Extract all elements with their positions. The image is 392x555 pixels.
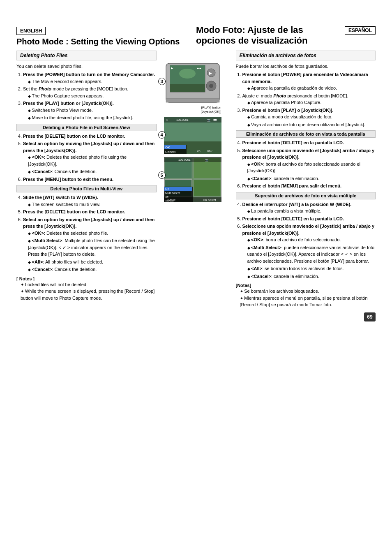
svg-text:Multi Select: Multi Select [165,192,180,194]
english-step1-text: Press the [POWER] button to turn on the … [23,72,155,77]
img3-num: 3 [158,78,166,85]
spanish-steps-4b-6b: Deslice el interruptor [W/T] a la posici… [236,201,376,280]
page-container: ENGLISH Photo Mode : Setting the Viewing… [8,8,384,330]
english-step4a-text: Press the [DELETE] button on the LCD mon… [23,134,125,139]
english-step2-bullets: The Photo Capture screen appears. [23,92,157,99]
svg-text:OK: OK [165,187,169,190]
english-badge: ENGLISH [16,27,46,35]
spanish-step4b-text: Deslice el interruptor [W/T] a la posici… [242,202,352,207]
english-step6b-text: Select an option by moving the [Joystick… [23,217,154,229]
spanish-step5b-text: Presione el botón [DELETE] en la pantall… [242,216,344,221]
spanish-step-5a: Seleccione una opción moviendo el [Joyst… [242,147,376,182]
svg-rect-11 [166,98,219,102]
spanish-step3-text: Presione el botón [PLAY] o [Joystick(OK)… [242,108,334,113]
english-intro: You can delete saved photo files. [16,63,157,70]
english-step3-text: Press the [PLAY] button or [Joystick(OK)… [23,101,114,106]
svg-text:■■: ■■ [213,118,217,121]
english-subsection-label: Deleting Photo Files [16,51,157,60]
spanish-step-3: Presione el botón [PLAY] o [Joystick(OK)… [242,107,376,128]
svg-text:100-0001: 100-0001 [178,158,191,161]
english-steps-1-3: Press the [POWER] button to turn on the … [16,71,157,121]
spanish-step5a-bullets: <OK>: borra el archivo de foto seleccion… [242,161,376,182]
spanish-step-5b: Presione el botón [DELETE] en la pantall… [242,215,376,222]
spanish-notes-list: Se borrarán los archivos bloqueados. Mie… [236,288,376,308]
spanish-step3-bullets: Cambia a modo de visualización de foto. … [242,113,376,128]
english-step-2: Set the Photo mode by pressing the [MODE… [23,86,157,99]
top-header: ENGLISH Photo Mode : Setting the Viewing… [16,25,376,49]
center-images-column: 3 ▶ ■■■ ▶ [160,49,226,321]
svg-text:⇨Move: ⇨Move [166,199,175,201]
spanish-step6b-bullet1: <OK>: borra el archivo de foto seleccion… [247,236,376,243]
image4-wrapper: 4 ☆ 100-0001 📷 ■■ OK [164,117,221,155]
svg-text:Cancel: Cancel [165,150,175,154]
english-step-4a: Press the [DELETE] button on the LCD mon… [23,133,157,140]
english-step-5b: Press the [DELETE] button on the LCD mon… [23,208,157,215]
spanish-step-1: Presione el botón [POWER] para encender … [242,71,376,92]
spanish-step-2: Ajuste el modo Photo presionando el botó… [242,92,376,106]
english-step2-bullet1: The Photo Capture screen appears. [28,92,157,99]
play-button-label: [PLAY] button [201,106,221,109]
english-step6b-bullet1: <OK>: Deletes the selected photo file. [28,230,157,237]
spanish-subsection2-title: Supresión de archivos de foto en vista m… [236,192,376,199]
spanish-title: Modo Foto: Ajuste de las opciones de vis… [196,25,341,46]
spanish-step1-bullets: Aparece la pantalla de grabación de víde… [242,85,376,92]
spanish-step3-bullet2: Vaya al archivo de foto que desea utiliz… [247,121,376,128]
english-steps-4b-6b: Slide the [W/T] switch to W (WIDE). The … [16,194,157,273]
spanish-step6a-text: Presione el botón [MENU] para salir del … [242,183,341,188]
spanish-step2-suffix: presionando el botón [MODE]. [286,93,348,98]
svg-text:📷: 📷 [205,158,209,162]
svg-text:📷: 📷 [207,118,211,122]
spanish-subsection-label: Eliminación de archivos de fotos [236,51,376,60]
spanish-step-6a: Presione el botón [MENU] para salir del … [242,183,376,190]
right-header-block: Modo Foto: Ajuste de las opciones de vis… [196,25,376,49]
svg-text:OK: OK [165,146,170,149]
svg-text:OK Select: OK Select [203,199,216,201]
spanish-step6b-bullets: <OK>: borra el archivo de foto seleccion… [242,236,376,280]
spanish-step1-text: Presione el botón [POWER] para encender … [242,72,368,84]
english-step5b-text: Press the [DELETE] button on the LCD mon… [23,209,125,214]
english-subsection2-title: Deleting Photo Files in Multi-View [16,185,157,192]
svg-text:☆: ☆ [166,118,168,121]
english-notes-title: [ Notes ] [16,276,157,281]
english-step5a-bullet1: <OK>: Deletes the selected photo file us… [28,154,157,167]
spanish-note-1: Se borrarán los archivos bloqueados. [240,288,376,295]
english-step-4b: Slide the [W/T] switch to W (WIDE). The … [23,194,157,208]
english-step-3: Press the [PLAY] button or [Joystick(OK)… [23,100,157,121]
spanish-step2-italic: Photo [273,93,286,98]
svg-point-3 [179,69,196,79]
spanish-step3-bullet1: Cambia a modo de visualización de foto. [247,113,376,120]
english-notes-list: Locked files will not be deleted. While … [16,281,157,302]
spanish-title-block: Modo Foto: Ajuste de las opciones de vis… [196,25,341,49]
img3-joystick-label: [Joystick(OK)] [164,110,221,114]
page-number-badge: 69 [364,312,376,321]
spanish-step2-bullets: Aparece la pantalla Photo Capture. [242,99,376,106]
spanish-step5a-bullet2: <Cancel>: cancela la eliminación. [247,175,376,182]
spanish-step6b-text: Seleccione una opción moviendo el [Joyst… [242,224,375,236]
svg-text:▶: ▶ [209,71,212,75]
english-step2-prefix: Set the [23,86,39,91]
english-step-5a: Select an option by moving the [Joystick… [23,140,157,175]
svg-text:■■■: ■■■ [197,67,201,69]
english-notes: [ Notes ] Locked files will not be delet… [16,276,157,302]
english-step2-italic: Photo [39,86,51,91]
english-step5a-bullets: <OK>: Deletes the selected photo file us… [23,154,157,175]
screen4-svg: ☆ 100-0001 📷 ■■ OK Cancel OK OK✓ [164,117,221,154]
english-step6b-bullets: <OK>: Deletes the selected photo file. <… [23,230,157,273]
english-title: Photo Mode : Setting the Viewing Options [16,37,196,46]
spanish-step5a-bullet1: <OK>: borra el archivo de foto seleccion… [247,161,376,174]
english-step4b-text: Slide the [W/T] switch to W (WIDE). [23,195,98,200]
camera-device-svg: ▶ ■■■ ▶ [164,61,221,104]
english-step2-suffix: mode by pressing the [MODE] button. [51,86,128,91]
english-note-1: Locked files will not be deleted. [21,281,157,288]
english-note-2: While the menu screen is displayed, pres… [21,288,157,301]
spanish-note-2: Mientras aparece el menú en pantalla, si… [240,295,376,308]
spanish-steps-4-6: Presione el botón [DELETE] en la pantall… [236,139,376,190]
spanish-intro: Puede borrar los archivos de fotos guard… [236,63,376,70]
image3-wrapper: 3 ▶ ■■■ ▶ [164,61,221,114]
english-step5a-bullet2: <Cancel>: Cancels the deletion. [28,168,157,175]
page-number-area: 69 [236,312,376,321]
english-step3-bullets: Switches to Photo View mode. Move to the… [23,107,157,121]
spanish-step4b-bullets: La pantalla cambia a vista múltiple. [242,208,376,215]
spanish-step4a-text: Presione el botón [DELETE] en la pantall… [242,140,344,145]
img5-num: 5 [158,171,166,179]
